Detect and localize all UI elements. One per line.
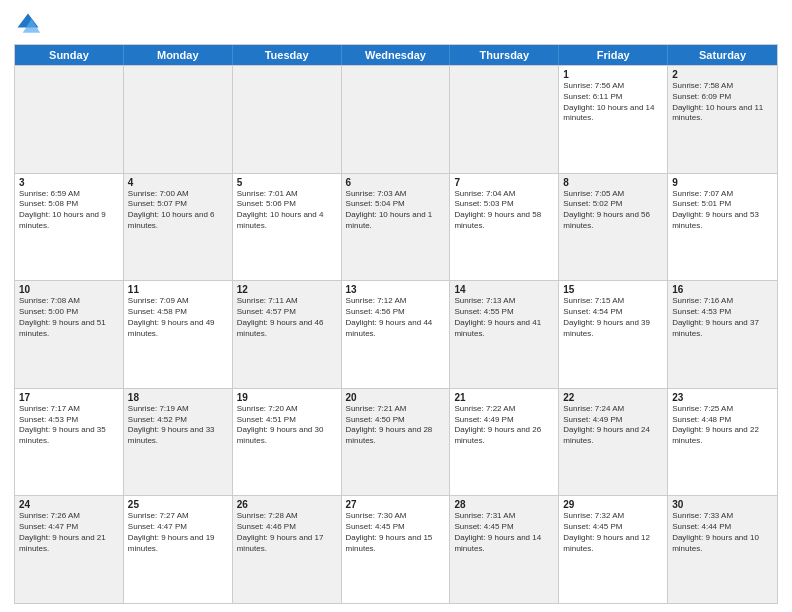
day-number: 18 (128, 392, 228, 403)
day-number: 23 (672, 392, 773, 403)
calendar-cell: 28Sunrise: 7:31 AM Sunset: 4:45 PM Dayli… (450, 496, 559, 603)
calendar: SundayMondayTuesdayWednesdayThursdayFrid… (14, 44, 778, 604)
cal-header-cell: Saturday (668, 45, 777, 65)
day-info: Sunrise: 7:15 AM Sunset: 4:54 PM Dayligh… (563, 296, 663, 339)
calendar-cell: 9Sunrise: 7:07 AM Sunset: 5:01 PM Daylig… (668, 174, 777, 281)
cal-header-cell: Sunday (15, 45, 124, 65)
calendar-cell (342, 66, 451, 173)
calendar-cell (450, 66, 559, 173)
day-info: Sunrise: 7:00 AM Sunset: 5:07 PM Dayligh… (128, 189, 228, 232)
calendar-cell: 29Sunrise: 7:32 AM Sunset: 4:45 PM Dayli… (559, 496, 668, 603)
calendar-cell: 10Sunrise: 7:08 AM Sunset: 5:00 PM Dayli… (15, 281, 124, 388)
calendar-cell (15, 66, 124, 173)
calendar-cell: 27Sunrise: 7:30 AM Sunset: 4:45 PM Dayli… (342, 496, 451, 603)
calendar-cell: 18Sunrise: 7:19 AM Sunset: 4:52 PM Dayli… (124, 389, 233, 496)
day-info: Sunrise: 7:13 AM Sunset: 4:55 PM Dayligh… (454, 296, 554, 339)
calendar-cell: 4Sunrise: 7:00 AM Sunset: 5:07 PM Daylig… (124, 174, 233, 281)
cal-header-cell: Thursday (450, 45, 559, 65)
calendar-cell: 13Sunrise: 7:12 AM Sunset: 4:56 PM Dayli… (342, 281, 451, 388)
day-info: Sunrise: 7:01 AM Sunset: 5:06 PM Dayligh… (237, 189, 337, 232)
day-info: Sunrise: 7:11 AM Sunset: 4:57 PM Dayligh… (237, 296, 337, 339)
day-info: Sunrise: 7:56 AM Sunset: 6:11 PM Dayligh… (563, 81, 663, 124)
calendar-cell: 6Sunrise: 7:03 AM Sunset: 5:04 PM Daylig… (342, 174, 451, 281)
day-info: Sunrise: 7:27 AM Sunset: 4:47 PM Dayligh… (128, 511, 228, 554)
calendar-row: 10Sunrise: 7:08 AM Sunset: 5:00 PM Dayli… (15, 280, 777, 388)
calendar-cell (124, 66, 233, 173)
day-number: 30 (672, 499, 773, 510)
calendar-row: 24Sunrise: 7:26 AM Sunset: 4:47 PM Dayli… (15, 495, 777, 603)
calendar-body: 1Sunrise: 7:56 AM Sunset: 6:11 PM Daylig… (15, 65, 777, 603)
calendar-cell: 14Sunrise: 7:13 AM Sunset: 4:55 PM Dayli… (450, 281, 559, 388)
day-info: Sunrise: 7:17 AM Sunset: 4:53 PM Dayligh… (19, 404, 119, 447)
day-info: Sunrise: 7:58 AM Sunset: 6:09 PM Dayligh… (672, 81, 773, 124)
calendar-header-row: SundayMondayTuesdayWednesdayThursdayFrid… (15, 45, 777, 65)
page: SundayMondayTuesdayWednesdayThursdayFrid… (0, 0, 792, 612)
calendar-cell: 30Sunrise: 7:33 AM Sunset: 4:44 PM Dayli… (668, 496, 777, 603)
calendar-cell (233, 66, 342, 173)
day-info: Sunrise: 7:12 AM Sunset: 4:56 PM Dayligh… (346, 296, 446, 339)
day-number: 8 (563, 177, 663, 188)
day-number: 10 (19, 284, 119, 295)
day-number: 22 (563, 392, 663, 403)
logo (14, 10, 46, 38)
day-number: 13 (346, 284, 446, 295)
calendar-cell: 17Sunrise: 7:17 AM Sunset: 4:53 PM Dayli… (15, 389, 124, 496)
calendar-cell: 21Sunrise: 7:22 AM Sunset: 4:49 PM Dayli… (450, 389, 559, 496)
day-info: Sunrise: 7:25 AM Sunset: 4:48 PM Dayligh… (672, 404, 773, 447)
day-number: 29 (563, 499, 663, 510)
calendar-row: 3Sunrise: 6:59 AM Sunset: 5:08 PM Daylig… (15, 173, 777, 281)
day-info: Sunrise: 7:32 AM Sunset: 4:45 PM Dayligh… (563, 511, 663, 554)
calendar-cell: 15Sunrise: 7:15 AM Sunset: 4:54 PM Dayli… (559, 281, 668, 388)
day-info: Sunrise: 7:07 AM Sunset: 5:01 PM Dayligh… (672, 189, 773, 232)
calendar-row: 17Sunrise: 7:17 AM Sunset: 4:53 PM Dayli… (15, 388, 777, 496)
day-number: 27 (346, 499, 446, 510)
day-number: 26 (237, 499, 337, 510)
day-info: Sunrise: 7:16 AM Sunset: 4:53 PM Dayligh… (672, 296, 773, 339)
day-number: 14 (454, 284, 554, 295)
calendar-cell: 20Sunrise: 7:21 AM Sunset: 4:50 PM Dayli… (342, 389, 451, 496)
day-info: Sunrise: 7:33 AM Sunset: 4:44 PM Dayligh… (672, 511, 773, 554)
day-number: 25 (128, 499, 228, 510)
day-number: 5 (237, 177, 337, 188)
day-number: 4 (128, 177, 228, 188)
calendar-cell: 26Sunrise: 7:28 AM Sunset: 4:46 PM Dayli… (233, 496, 342, 603)
day-number: 17 (19, 392, 119, 403)
day-info: Sunrise: 7:22 AM Sunset: 4:49 PM Dayligh… (454, 404, 554, 447)
day-number: 6 (346, 177, 446, 188)
calendar-cell: 5Sunrise: 7:01 AM Sunset: 5:06 PM Daylig… (233, 174, 342, 281)
calendar-cell: 16Sunrise: 7:16 AM Sunset: 4:53 PM Dayli… (668, 281, 777, 388)
calendar-cell: 25Sunrise: 7:27 AM Sunset: 4:47 PM Dayli… (124, 496, 233, 603)
day-info: Sunrise: 7:19 AM Sunset: 4:52 PM Dayligh… (128, 404, 228, 447)
calendar-cell: 23Sunrise: 7:25 AM Sunset: 4:48 PM Dayli… (668, 389, 777, 496)
day-info: Sunrise: 7:03 AM Sunset: 5:04 PM Dayligh… (346, 189, 446, 232)
day-number: 28 (454, 499, 554, 510)
calendar-cell: 12Sunrise: 7:11 AM Sunset: 4:57 PM Dayli… (233, 281, 342, 388)
header (14, 10, 778, 38)
calendar-cell: 11Sunrise: 7:09 AM Sunset: 4:58 PM Dayli… (124, 281, 233, 388)
day-number: 2 (672, 69, 773, 80)
calendar-cell: 19Sunrise: 7:20 AM Sunset: 4:51 PM Dayli… (233, 389, 342, 496)
day-info: Sunrise: 7:21 AM Sunset: 4:50 PM Dayligh… (346, 404, 446, 447)
cal-header-cell: Tuesday (233, 45, 342, 65)
day-info: Sunrise: 7:24 AM Sunset: 4:49 PM Dayligh… (563, 404, 663, 447)
day-number: 11 (128, 284, 228, 295)
day-number: 12 (237, 284, 337, 295)
day-info: Sunrise: 7:04 AM Sunset: 5:03 PM Dayligh… (454, 189, 554, 232)
day-number: 3 (19, 177, 119, 188)
day-info: Sunrise: 7:09 AM Sunset: 4:58 PM Dayligh… (128, 296, 228, 339)
day-number: 24 (19, 499, 119, 510)
day-number: 9 (672, 177, 773, 188)
calendar-cell: 3Sunrise: 6:59 AM Sunset: 5:08 PM Daylig… (15, 174, 124, 281)
day-number: 20 (346, 392, 446, 403)
calendar-cell: 22Sunrise: 7:24 AM Sunset: 4:49 PM Dayli… (559, 389, 668, 496)
logo-icon (14, 10, 42, 38)
calendar-cell: 2Sunrise: 7:58 AM Sunset: 6:09 PM Daylig… (668, 66, 777, 173)
day-number: 16 (672, 284, 773, 295)
day-info: Sunrise: 7:31 AM Sunset: 4:45 PM Dayligh… (454, 511, 554, 554)
calendar-cell: 8Sunrise: 7:05 AM Sunset: 5:02 PM Daylig… (559, 174, 668, 281)
day-info: Sunrise: 7:26 AM Sunset: 4:47 PM Dayligh… (19, 511, 119, 554)
cal-header-cell: Wednesday (342, 45, 451, 65)
day-info: Sunrise: 6:59 AM Sunset: 5:08 PM Dayligh… (19, 189, 119, 232)
day-info: Sunrise: 7:05 AM Sunset: 5:02 PM Dayligh… (563, 189, 663, 232)
day-number: 15 (563, 284, 663, 295)
